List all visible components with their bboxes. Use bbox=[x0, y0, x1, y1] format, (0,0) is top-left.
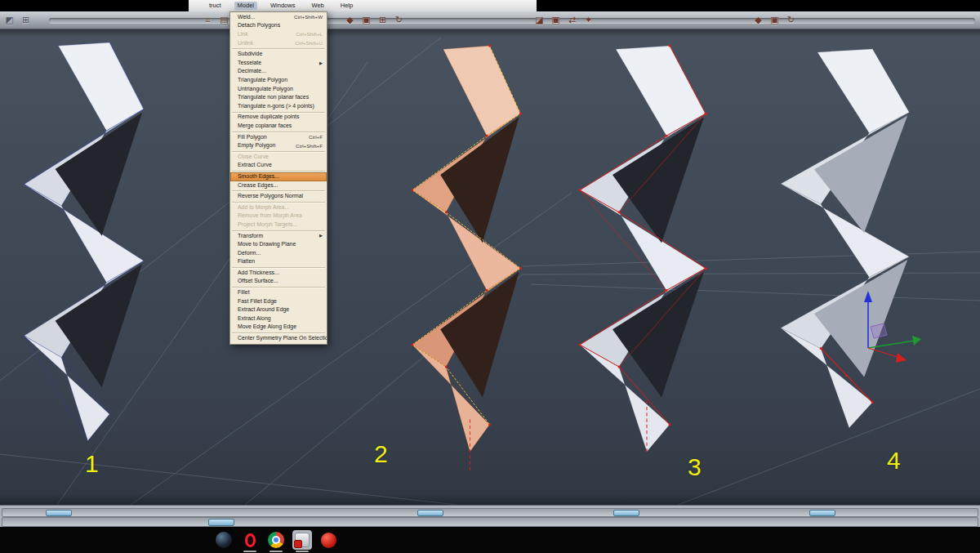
submenu-arrow-icon: ▶ bbox=[319, 234, 323, 238]
list-mode-icon[interactable]: ≡ bbox=[201, 13, 215, 27]
mesh-object-icon[interactable]: ▣ bbox=[359, 13, 373, 27]
menu-item-tesselate[interactable]: Tesselate▶ bbox=[230, 59, 327, 68]
selection-tool-icon[interactable]: ◩ bbox=[2, 13, 16, 27]
menu-item-move-to-drawing-plane[interactable]: Move to Drawing Plane bbox=[230, 240, 327, 249]
menu-item-label: Add to Morph Area... bbox=[238, 205, 289, 211]
menu-item-reverse-polygons-normal[interactable]: Reverse Polygons Normal bbox=[230, 192, 327, 201]
menu-item-fast-fillet-edge[interactable]: Fast Fillet Edge bbox=[230, 297, 327, 306]
shaded-view-icon[interactable]: ◪ bbox=[532, 13, 546, 27]
menu-item-triangulate-n-gons-4-points[interactable]: Triangulate n-gons (> 4 points) bbox=[230, 102, 327, 111]
menu-item-offset-surface[interactable]: Offset Surface... bbox=[230, 278, 327, 287]
menu-item-label: Empty Polygon bbox=[238, 143, 275, 149]
h-scroll-thumb[interactable] bbox=[208, 519, 234, 526]
app-badge bbox=[294, 540, 302, 548]
menu-item-crease-edges[interactable]: Crease Edges... bbox=[230, 181, 327, 190]
menu-shortcut: Ctrl+Shift+W bbox=[291, 15, 323, 20]
menu-item-add-thickness[interactable]: Add Thickness... bbox=[230, 269, 327, 278]
sphere-glyph bbox=[216, 532, 232, 548]
menu-item-move-edge-along-edge[interactable]: Move Edge Along Edge bbox=[230, 323, 327, 332]
menu-item-empty-polygon[interactable]: Empty PolygonCtrl+Shift+F bbox=[230, 141, 327, 150]
h-scroll-thumb[interactable] bbox=[613, 510, 639, 516]
toolbar-group-4: ◪▣⇄✦ bbox=[532, 13, 595, 27]
menu-separator bbox=[232, 202, 325, 203]
view-grid-icon[interactable]: ⊞ bbox=[19, 13, 33, 27]
menu-item-label: Decimate... bbox=[238, 69, 266, 74]
swap-view-icon[interactable]: ⇄ bbox=[565, 13, 579, 27]
menu-item-remove-duplicate-points[interactable]: Remove duplicate points bbox=[230, 114, 327, 123]
running-indicator bbox=[243, 551, 256, 552]
solid-view-icon[interactable]: ◆ bbox=[751, 13, 765, 27]
menu-item-label: Triangulate n-gons (> 4 points) bbox=[238, 104, 314, 109]
chrome-icon[interactable] bbox=[266, 530, 286, 550]
menu-item-weld[interactable]: Weld...Ctrl+Shift+W bbox=[230, 13, 327, 22]
chrome-wheel-glyph bbox=[268, 532, 284, 548]
red-app-glyph bbox=[321, 533, 336, 548]
spiral-model-3[interactable] bbox=[579, 44, 707, 452]
menu-item-extract-along[interactable]: Extract Along bbox=[230, 314, 327, 323]
menu-separator bbox=[232, 332, 325, 333]
menu-item-extract-around-edge[interactable]: Extract Around Edge bbox=[230, 305, 327, 314]
menu-item-fill-polygon[interactable]: Fill PolygonCtrl+F bbox=[230, 133, 327, 142]
menu-separator bbox=[232, 48, 325, 49]
opera-icon[interactable] bbox=[240, 530, 260, 550]
viewport[interactable]: 1 2 3 4 bbox=[0, 29, 980, 505]
menu-item-merge-coplanar-faces[interactable]: Merge coplanar faces bbox=[230, 122, 327, 131]
red-app-icon[interactable] bbox=[318, 530, 338, 550]
solid-object-icon[interactable]: ◆ bbox=[343, 13, 357, 27]
menu-item-subdivide[interactable]: Subdivide bbox=[230, 50, 327, 59]
menu-item-deform[interactable]: Deform... bbox=[230, 249, 327, 258]
smooth-view-icon[interactable]: ▣ bbox=[768, 13, 782, 27]
sparkle-render-icon[interactable]: ✦ bbox=[581, 13, 595, 27]
menu-item-transform[interactable]: Transform▶ bbox=[230, 232, 327, 241]
menu-item-label: Move Edge Along Edge bbox=[238, 324, 296, 330]
menubar-item-model[interactable]: Model bbox=[234, 2, 257, 10]
menu-item-decimate[interactable]: Decimate... bbox=[230, 68, 327, 77]
wireframe-view-icon[interactable]: ▣ bbox=[549, 13, 563, 27]
running-indicator bbox=[296, 551, 309, 552]
opera-ring-glyph bbox=[245, 533, 256, 547]
menubar-item-web[interactable]: Web bbox=[308, 2, 327, 10]
menu-separator bbox=[232, 287, 325, 288]
spiral-model-1[interactable] bbox=[24, 42, 144, 441]
menu-item-triangulate-non-planar-faces[interactable]: Triangulate non planar faces bbox=[230, 93, 327, 102]
model-label-4: 4 bbox=[887, 448, 901, 473]
running-indicator bbox=[270, 551, 283, 552]
menubar-item-help[interactable]: Help bbox=[337, 2, 356, 10]
menu-item-detach-polygons[interactable]: Detach Polygons bbox=[230, 22, 327, 31]
menu-item-untriangulate-polygon[interactable]: Untriangulate Polygon bbox=[230, 85, 327, 94]
scroll-zone bbox=[0, 505, 980, 527]
spiral-model-4-smoothed[interactable] bbox=[781, 49, 909, 428]
spiral-model-2-selected[interactable] bbox=[412, 44, 522, 472]
active-3d-app-icon[interactable] bbox=[292, 530, 312, 550]
menubar-item-truct[interactable]: truct bbox=[206, 2, 225, 10]
menu-item-label: Project Morph Targets... bbox=[238, 222, 297, 228]
stack-object-icon[interactable]: ⊞ bbox=[376, 13, 390, 27]
menubar-item-windows[interactable]: Windows bbox=[267, 2, 298, 10]
taskbar-dock bbox=[0, 527, 980, 553]
h-scrollbar-track-lower[interactable] bbox=[2, 517, 978, 527]
menu-item-label: Detach Polygons bbox=[238, 23, 280, 29]
h-scroll-thumb[interactable] bbox=[46, 510, 72, 516]
menu-item-label: Weld... bbox=[238, 15, 255, 20]
menubar-items: tructModelWindowsWebHelp bbox=[189, 0, 537, 11]
viewport-canvas[interactable] bbox=[0, 29, 980, 505]
menu-item-fillet[interactable]: Fillet bbox=[230, 288, 327, 297]
menu-shortcut: Ctrl+F bbox=[305, 135, 323, 140]
menu-item-smooth-edges[interactable]: Smooth Edges... bbox=[230, 172, 327, 181]
menu-item-flatten[interactable]: Flatten bbox=[230, 257, 327, 266]
spin-view-icon[interactable]: ↻ bbox=[784, 13, 798, 27]
h-scroll-thumb[interactable] bbox=[417, 510, 443, 516]
h-scrollbar-track-upper[interactable] bbox=[2, 508, 978, 517]
menu-item-extract-curve[interactable]: Extract Curve bbox=[230, 162, 327, 171]
rotate-view-icon[interactable]: ↻ bbox=[392, 13, 406, 27]
sphere-app-icon[interactable] bbox=[214, 530, 234, 550]
menu-item-unlink: UnlinkCtrl+Shift+U bbox=[230, 39, 327, 48]
menu-item-close-curve: Close Curve bbox=[230, 153, 327, 162]
menu-separator bbox=[232, 190, 325, 191]
h-scroll-thumb[interactable] bbox=[809, 510, 835, 516]
menu-item-center-symmetry-plane-on-selection[interactable]: Center Symmetry Plane On Selection bbox=[230, 334, 327, 343]
menu-item-triangulate-polygon[interactable]: Triangulate Polygon bbox=[230, 76, 327, 85]
menu-item-label: Close Curve bbox=[238, 154, 269, 160]
model-menu-dropdown: Weld...Ctrl+Shift+WDetach PolygonsLinkCt… bbox=[229, 11, 327, 345]
toolbar: ◩⊞≡▤◆▣⊞↻◪▣⇄✦◆▣↻ bbox=[0, 11, 980, 29]
